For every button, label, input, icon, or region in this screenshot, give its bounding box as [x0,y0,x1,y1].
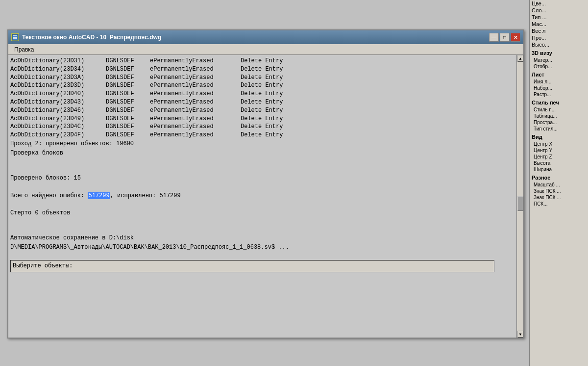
autocad-text-window: Текстовое окно AutoCAD - 10_Распредпояс.… [7,29,524,339]
panel-item-znak2: Знак ПСК ... [530,194,588,201]
panel-item-rastr: Растр... [530,91,588,98]
panel-item-table: Таблица... [530,113,588,119]
log-line-10: AcDbDictionary(23D4F) DGNLSDEF ePermanen… [10,131,514,139]
errors-line: Всего найдено ошибок: 517299, исправлено… [10,191,514,201]
panel-item-psk: ПСК... [530,201,588,207]
panel-item-pro: Про... [530,34,588,41]
log-line-9: AcDbDictionary(23D4C) DGNLSDEF ePermanen… [10,123,514,131]
panel-item-cve: Цве... [530,0,588,7]
panel-item-style: Стиль п... [530,106,588,113]
minimize-button[interactable]: — [489,33,499,42]
close-button[interactable]: ✕ [511,33,520,42]
panel-item-centery: Центр Y [530,147,588,154]
window-icon [11,33,19,41]
panel-header-view: Вид [530,133,588,141]
panel-header-misc: Разное [530,174,588,182]
panel-item-imya: Имя л... [530,78,588,85]
scroll-down-button[interactable]: ▼ [517,331,523,338]
panel-item-ves: Вес л [530,27,588,34]
panel-header-list: Лист [530,71,588,78]
log-content: AcDbDictionary(23D31) DGNLSDEF ePermanen… [10,57,514,336]
content-area: AcDbDictionary(23D31) DGNLSDEF ePermanen… [8,55,523,338]
panel-item-znak1: Знак ПСК ... [530,188,588,194]
log-line-7: AcDbDictionary(23D46) DGNLSDEF ePermanen… [10,106,514,115]
autosave-line2: D\MEDIA\PROGRAMS\_Автокады\AUTOCAD\BAK\B… [10,243,514,252]
panel-item-tipstil: Тип стил... [530,126,588,132]
pass2-line: Проход 2: проверено объектов: 19600 [10,139,514,149]
title-bar-left: Текстовое окно AutoCAD - 10_Распредпояс.… [11,33,161,41]
log-line-1: AcDbDictionary(23D31) DGNLSDEF ePermanen… [10,57,514,65]
title-bar-controls: — □ ✕ [489,33,520,42]
log-line-3: AcDbDictionary(23D3A) DGNLSDEF ePermanen… [10,74,514,82]
maximize-button[interactable]: □ [500,33,510,42]
panel-item-slo: Сло... [530,7,588,14]
menu-bar: Правка [8,44,523,55]
panel-item-nabor: Набор... [530,85,588,91]
scroll-thumb[interactable] [517,196,523,211]
window-title: Текстовое окно AutoCAD - 10_Распредпояс.… [22,34,161,41]
panel-item-centerx: Центр X [530,141,588,147]
autosave-line1: Автоматическое сохранение в D:\disk [10,234,514,243]
panel-item-tip: Тип ... [530,14,588,21]
blocks-checked-line: Проверено блоков: 15 [10,174,514,183]
panel-header-print: Стиль печ [530,99,588,106]
log-line-4: AcDbDictionary(23D3D) DGNLSDEF ePermanen… [10,81,514,90]
log-line-8: AcDbDictionary(23D49) DGNLSDEF ePermanen… [10,115,514,123]
scrollbar[interactable]: ▲ ▼ [516,55,523,338]
erased-line: Стерто 0 объектов [10,209,514,218]
panel-item-height: Высота [530,160,588,166]
log-line-5: AcDbDictionary(23D40) DGNLSDEF ePermanen… [10,90,514,98]
panel-item-mas: Мас... [530,21,588,27]
panel-item-otobr: Отобр... [530,63,588,70]
errors-fixed-text: , исправлено: 517299 [110,192,181,199]
errors-count-highlight: 517299 [88,192,110,199]
errors-found-label: Всего найдено ошибок: [10,192,84,199]
log-line-2: AcDbDictionary(23D34) DGNLSDEF ePermanen… [10,65,514,74]
menu-pravka[interactable]: Правка [10,45,38,54]
panel-item-scale: Масштаб ... [530,182,588,188]
panel-item-width: Ширина [530,166,588,173]
panel-header-3d: 3D визу [530,49,588,57]
scroll-up-button[interactable]: ▲ [517,55,523,62]
check-blocks-line: Проверка блоков [10,149,514,158]
panel-item-vys: Высо... [530,41,588,48]
log-line-6: AcDbDictionary(23D43) DGNLSDEF ePermanen… [10,98,514,106]
right-panel: Цве... Сло... Тип ... Мас... Вес л Про..… [529,0,588,366]
title-bar: Текстовое окно AutoCAD - 10_Распредпояс.… [8,30,523,44]
panel-item-centerz: Центр Z [530,154,588,160]
panel-item-mater: Матер... [530,57,588,63]
prompt-line[interactable]: Выберите объекты: [10,260,494,272]
panel-item-prostr: Простра... [530,119,588,126]
